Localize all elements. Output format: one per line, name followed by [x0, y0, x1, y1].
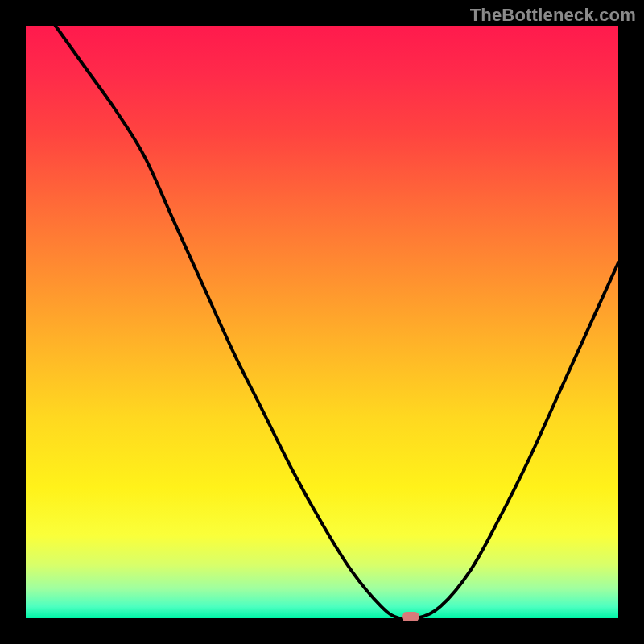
watermark-text: TheBottleneck.com	[470, 5, 636, 26]
chart-frame: TheBottleneck.com	[0, 0, 644, 644]
bottleneck-curve	[26, 26, 618, 618]
min-marker	[402, 612, 419, 621]
plot-area	[26, 26, 618, 618]
